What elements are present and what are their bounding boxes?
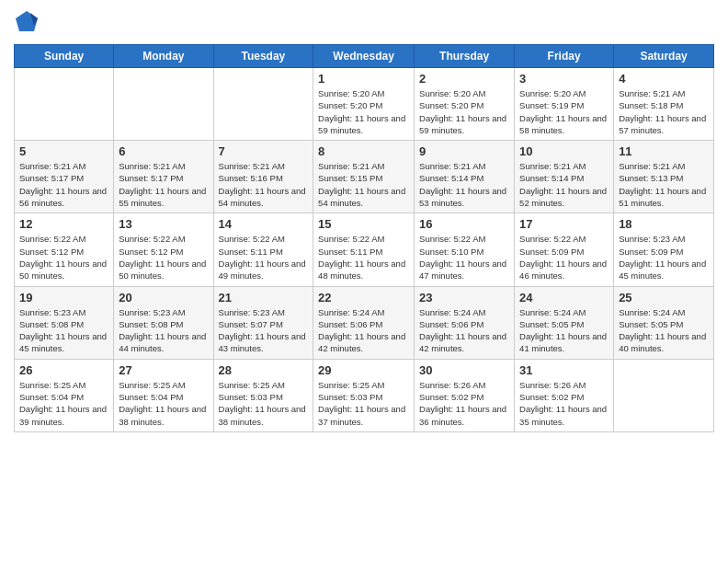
calendar-cell	[15, 68, 114, 141]
calendar-week-row: 1Sunrise: 5:20 AM Sunset: 5:20 PM Daylig…	[15, 68, 714, 141]
day-info: Sunrise: 5:21 AM Sunset: 5:15 PM Dayligh…	[318, 160, 409, 209]
day-number: 15	[318, 217, 409, 231]
day-number: 10	[519, 144, 609, 158]
day-info: Sunrise: 5:21 AM Sunset: 5:14 PM Dayligh…	[419, 160, 509, 209]
day-info: Sunrise: 5:24 AM Sunset: 5:06 PM Dayligh…	[318, 306, 409, 355]
day-info: Sunrise: 5:24 AM Sunset: 5:05 PM Dayligh…	[519, 306, 609, 355]
day-number: 6	[119, 144, 208, 158]
day-number: 7	[219, 144, 309, 158]
day-info: Sunrise: 5:25 AM Sunset: 5:03 PM Dayligh…	[219, 379, 309, 428]
day-info: Sunrise: 5:24 AM Sunset: 5:06 PM Dayligh…	[419, 306, 509, 355]
day-info: Sunrise: 5:26 AM Sunset: 5:02 PM Dayligh…	[419, 379, 509, 428]
day-number: 24	[519, 291, 609, 304]
calendar-cell: 5Sunrise: 5:21 AM Sunset: 5:17 PM Daylig…	[15, 141, 114, 213]
day-info: Sunrise: 5:20 AM Sunset: 5:20 PM Dayligh…	[318, 87, 409, 136]
day-info: Sunrise: 5:21 AM Sunset: 5:17 PM Dayligh…	[119, 160, 208, 209]
calendar-cell: 24Sunrise: 5:24 AM Sunset: 5:05 PM Dayli…	[515, 286, 614, 359]
day-info: Sunrise: 5:25 AM Sunset: 5:04 PM Dayligh…	[19, 379, 108, 428]
day-number: 11	[619, 144, 709, 158]
day-number: 16	[419, 217, 509, 231]
calendar-week-row: 19Sunrise: 5:23 AM Sunset: 5:08 PM Dayli…	[15, 286, 714, 359]
calendar-cell: 13Sunrise: 5:22 AM Sunset: 5:12 PM Dayli…	[114, 213, 213, 286]
calendar-cell: 21Sunrise: 5:23 AM Sunset: 5:07 PM Dayli…	[213, 286, 313, 359]
calendar-week-row: 26Sunrise: 5:25 AM Sunset: 5:04 PM Dayli…	[15, 359, 714, 431]
day-info: Sunrise: 5:23 AM Sunset: 5:08 PM Dayligh…	[19, 306, 108, 355]
day-header-wednesday: Wednesday	[313, 45, 415, 68]
day-info: Sunrise: 5:21 AM Sunset: 5:13 PM Dayligh…	[619, 160, 709, 209]
calendar-cell: 29Sunrise: 5:25 AM Sunset: 5:03 PM Dayli…	[313, 359, 415, 431]
day-number: 5	[19, 144, 108, 158]
calendar-cell: 20Sunrise: 5:23 AM Sunset: 5:08 PM Dayli…	[114, 286, 213, 359]
calendar-week-row: 5Sunrise: 5:21 AM Sunset: 5:17 PM Daylig…	[15, 141, 714, 213]
day-number: 12	[19, 217, 108, 231]
day-number: 1	[318, 72, 409, 86]
calendar-cell: 25Sunrise: 5:24 AM Sunset: 5:05 PM Dayli…	[614, 286, 714, 359]
day-info: Sunrise: 5:21 AM Sunset: 5:18 PM Dayligh…	[619, 87, 709, 136]
day-number: 14	[219, 217, 309, 231]
day-info: Sunrise: 5:22 AM Sunset: 5:11 PM Dayligh…	[219, 233, 309, 282]
day-number: 30	[419, 363, 509, 377]
calendar-cell: 22Sunrise: 5:24 AM Sunset: 5:06 PM Dayli…	[313, 286, 415, 359]
calendar-cell: 12Sunrise: 5:22 AM Sunset: 5:12 PM Dayli…	[15, 213, 114, 286]
calendar-cell: 4Sunrise: 5:21 AM Sunset: 5:18 PM Daylig…	[614, 68, 714, 141]
day-info: Sunrise: 5:22 AM Sunset: 5:10 PM Dayligh…	[419, 233, 509, 282]
day-header-monday: Monday	[114, 45, 213, 68]
day-number: 13	[119, 217, 208, 231]
calendar-cell: 8Sunrise: 5:21 AM Sunset: 5:15 PM Daylig…	[313, 141, 415, 213]
calendar-cell: 3Sunrise: 5:20 AM Sunset: 5:19 PM Daylig…	[515, 68, 614, 141]
day-number: 28	[219, 363, 309, 377]
day-number: 2	[419, 72, 509, 86]
calendar-table: SundayMondayTuesdayWednesdayThursdayFrid…	[14, 44, 714, 432]
day-info: Sunrise: 5:22 AM Sunset: 5:11 PM Dayligh…	[318, 233, 409, 282]
day-info: Sunrise: 5:25 AM Sunset: 5:04 PM Dayligh…	[119, 379, 208, 428]
day-info: Sunrise: 5:20 AM Sunset: 5:20 PM Dayligh…	[419, 87, 509, 136]
calendar-cell: 6Sunrise: 5:21 AM Sunset: 5:17 PM Daylig…	[114, 141, 213, 213]
day-info: Sunrise: 5:22 AM Sunset: 5:12 PM Dayligh…	[119, 233, 208, 282]
calendar-cell: 2Sunrise: 5:20 AM Sunset: 5:20 PM Daylig…	[415, 68, 515, 141]
day-number: 29	[318, 363, 409, 377]
day-number: 22	[318, 291, 409, 304]
day-number: 17	[519, 217, 609, 231]
day-number: 25	[619, 291, 709, 304]
calendar-cell	[614, 359, 714, 431]
day-number: 31	[519, 363, 609, 377]
calendar-cell: 14Sunrise: 5:22 AM Sunset: 5:11 PM Dayli…	[213, 213, 313, 286]
calendar-cell: 10Sunrise: 5:21 AM Sunset: 5:14 PM Dayli…	[515, 141, 614, 213]
calendar-cell: 19Sunrise: 5:23 AM Sunset: 5:08 PM Dayli…	[15, 286, 114, 359]
calendar-cell: 28Sunrise: 5:25 AM Sunset: 5:03 PM Dayli…	[213, 359, 313, 431]
day-header-sunday: Sunday	[15, 45, 114, 68]
calendar-cell: 15Sunrise: 5:22 AM Sunset: 5:11 PM Dayli…	[313, 213, 415, 286]
day-info: Sunrise: 5:22 AM Sunset: 5:12 PM Dayligh…	[19, 233, 108, 282]
calendar-cell: 11Sunrise: 5:21 AM Sunset: 5:13 PM Dayli…	[614, 141, 714, 213]
day-info: Sunrise: 5:22 AM Sunset: 5:09 PM Dayligh…	[519, 233, 609, 282]
day-number: 9	[419, 144, 509, 158]
day-info: Sunrise: 5:24 AM Sunset: 5:05 PM Dayligh…	[619, 306, 709, 355]
logo	[14, 9, 43, 35]
day-info: Sunrise: 5:20 AM Sunset: 5:19 PM Dayligh…	[519, 87, 609, 136]
calendar-week-row: 12Sunrise: 5:22 AM Sunset: 5:12 PM Dayli…	[15, 213, 714, 286]
day-header-friday: Friday	[515, 45, 614, 68]
day-number: 21	[219, 291, 309, 304]
calendar-cell: 31Sunrise: 5:26 AM Sunset: 5:02 PM Dayli…	[515, 359, 614, 431]
day-number: 3	[519, 72, 609, 86]
day-number: 23	[419, 291, 509, 304]
day-header-thursday: Thursday	[415, 45, 515, 68]
day-info: Sunrise: 5:25 AM Sunset: 5:03 PM Dayligh…	[318, 379, 409, 428]
calendar-cell: 16Sunrise: 5:22 AM Sunset: 5:10 PM Dayli…	[415, 213, 515, 286]
day-info: Sunrise: 5:23 AM Sunset: 5:09 PM Dayligh…	[619, 233, 709, 282]
calendar-cell: 17Sunrise: 5:22 AM Sunset: 5:09 PM Dayli…	[515, 213, 614, 286]
logo-icon	[14, 9, 40, 35]
day-number: 18	[619, 217, 709, 231]
day-info: Sunrise: 5:23 AM Sunset: 5:08 PM Dayligh…	[119, 306, 208, 355]
day-info: Sunrise: 5:26 AM Sunset: 5:02 PM Dayligh…	[519, 379, 609, 428]
day-number: 19	[19, 291, 108, 304]
day-header-saturday: Saturday	[614, 45, 714, 68]
calendar-cell: 1Sunrise: 5:20 AM Sunset: 5:20 PM Daylig…	[313, 68, 415, 141]
day-info: Sunrise: 5:21 AM Sunset: 5:17 PM Dayligh…	[19, 160, 108, 209]
day-info: Sunrise: 5:21 AM Sunset: 5:14 PM Dayligh…	[519, 160, 609, 209]
calendar-cell: 7Sunrise: 5:21 AM Sunset: 5:16 PM Daylig…	[213, 141, 313, 213]
calendar-cell: 18Sunrise: 5:23 AM Sunset: 5:09 PM Dayli…	[614, 213, 714, 286]
calendar-cell: 9Sunrise: 5:21 AM Sunset: 5:14 PM Daylig…	[415, 141, 515, 213]
day-number: 4	[619, 72, 709, 86]
page: SundayMondayTuesdayWednesdayThursdayFrid…	[0, 0, 728, 563]
